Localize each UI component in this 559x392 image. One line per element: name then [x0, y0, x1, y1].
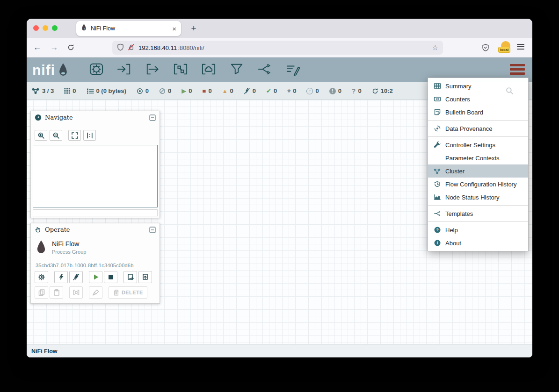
menu-item-data-provenance[interactable]: Data Provenance [428, 122, 528, 135]
refresh-icon[interactable] [372, 88, 378, 94]
profile-badge: local [498, 47, 510, 53]
cluster-status: 3 / 3 [31, 87, 54, 94]
menu-item-cluster[interactable]: Cluster [428, 164, 528, 178]
svg-text:i: i [436, 241, 438, 245]
queued-list-icon [87, 88, 94, 94]
templates-icon [433, 210, 441, 217]
birdseye-view[interactable] [33, 145, 158, 207]
invalid-count: 0 [230, 87, 233, 94]
disable-button[interactable] [69, 271, 83, 283]
queued-count: 0 (0 bytes) [96, 87, 126, 94]
browser-tab[interactable]: NiFi Flow × [76, 21, 181, 36]
stopped-icon: ■ [203, 88, 206, 94]
zoom-actual-size-button[interactable] [83, 130, 96, 141]
breadcrumb[interactable]: NiFi Flow [31, 348, 58, 355]
zoom-out-button[interactable] [50, 130, 62, 141]
reload-button[interactable] [64, 38, 78, 57]
menu-divider [428, 205, 528, 206]
start-button[interactable] [89, 271, 102, 283]
active-threads-count: 0 [73, 87, 76, 94]
not-transmitting-status: 0 [159, 87, 171, 94]
component-name: NiFi Flow [52, 240, 86, 248]
delete-label: DELETE [122, 290, 143, 295]
browser-menu-icon[interactable] [517, 44, 524, 51]
tab-bar: NiFi Flow × + [27, 19, 532, 38]
locally-modified-stale-icon: ! [329, 88, 336, 94]
tab-title: NiFi Flow [91, 25, 172, 32]
not-transmitting-icon [159, 88, 166, 94]
locally-modified-status: * 0 [287, 86, 296, 97]
menu-item-about[interactable]: i About [428, 236, 528, 249]
wrench-icon [433, 141, 441, 149]
collapse-operate-button[interactable] [149, 227, 156, 233]
up-to-date-icon: ✔ [266, 88, 271, 94]
back-button[interactable]: ← [30, 38, 44, 57]
insecure-lock-icon[interactable] [128, 43, 135, 52]
profile-avatar[interactable]: local [498, 41, 513, 54]
copy-button[interactable] [35, 286, 48, 299]
menu-item-parameter-contexts[interactable]: Parameter Contexts [428, 151, 528, 164]
menu-item-help[interactable]: ? Help [428, 223, 528, 236]
address-bar[interactable]: 192.168.40.11 :8080/nifi/ ☆ [112, 41, 443, 55]
window-zoom-button[interactable] [52, 25, 58, 31]
running-icon: ▶ [181, 88, 186, 94]
window-close-button[interactable] [33, 25, 39, 31]
bookmark-star-icon[interactable]: ☆ [432, 43, 438, 52]
menu-item-label: Help [445, 227, 458, 234]
locally-modified-icon: * [287, 88, 290, 97]
operate-actions-row-1 [35, 271, 153, 283]
component-id: 35cbd3b7-017b-1000-8bff-1c3405c00d6b [36, 263, 133, 268]
menu-item-templates[interactable]: Templates [428, 207, 528, 220]
menu-item-bulletin-board[interactable]: Bulletin Board [428, 106, 528, 119]
operate-title: Operate [45, 226, 70, 233]
process-group-icon[interactable] [173, 62, 189, 78]
paste-button[interactable] [50, 286, 63, 299]
svg-text:23: 23 [436, 98, 439, 100]
global-menu-button[interactable] [510, 64, 525, 77]
area-chart-icon [433, 193, 441, 201]
zoom-fit-button[interactable] [68, 130, 81, 141]
invalid-status: ▲ 0 [222, 87, 233, 94]
label-icon[interactable] [285, 62, 301, 78]
window-minimize-button[interactable] [43, 25, 48, 31]
running-status: ▶ 0 [181, 87, 192, 94]
remote-process-group-icon[interactable] [201, 62, 217, 78]
create-template-button[interactable] [123, 271, 137, 283]
delete-button[interactable]: DELETE [109, 286, 147, 299]
configuration-button[interactable] [35, 271, 48, 283]
compass-icon [35, 114, 42, 121]
menu-item-node-status-history[interactable]: Node Status History [428, 191, 528, 204]
sync-failure-count: 0 [358, 87, 361, 94]
group-button[interactable] [69, 286, 83, 299]
birdseye-slider[interactable] [33, 209, 158, 216]
tab-close-icon[interactable]: × [172, 25, 176, 32]
sync-failure-icon: ? [352, 88, 356, 94]
processor-icon[interactable] [88, 62, 104, 78]
search-icon[interactable] [506, 87, 514, 97]
collapse-navigate-button[interactable] [149, 114, 156, 121]
counters-icon: 23 [433, 95, 441, 103]
pocket-shield-icon[interactable] [479, 38, 493, 57]
menu-item-flow-configuration-history[interactable]: Flow Configuration History [428, 178, 528, 191]
zoom-in-button[interactable] [35, 130, 47, 141]
url-path: :8080/nifi/ [178, 44, 204, 51]
input-port-icon[interactable] [116, 62, 132, 78]
new-tab-button[interactable]: + [188, 22, 200, 35]
menu-item-controller-settings[interactable]: Controller Settings [428, 138, 528, 151]
stale-icon: ↑ [306, 88, 313, 94]
funnel-icon[interactable] [229, 62, 245, 78]
navigate-panel: Navigate [30, 111, 160, 218]
fill-color-button[interactable] [89, 286, 102, 299]
invalid-icon: ▲ [222, 88, 228, 94]
output-port-icon[interactable] [145, 62, 160, 78]
nifi-favicon [81, 24, 87, 33]
enable-button[interactable] [54, 271, 68, 283]
tracking-shield-icon[interactable] [117, 43, 124, 52]
forward-button[interactable]: → [47, 38, 61, 57]
upload-template-button[interactable] [138, 271, 152, 283]
selected-component: NiFi Flow Process Group [36, 240, 86, 255]
nifi-logo: nifi [32, 57, 69, 82]
menu-item-label: Parameter Contexts [445, 155, 500, 162]
stop-button[interactable] [104, 271, 117, 283]
template-icon[interactable] [257, 62, 273, 78]
